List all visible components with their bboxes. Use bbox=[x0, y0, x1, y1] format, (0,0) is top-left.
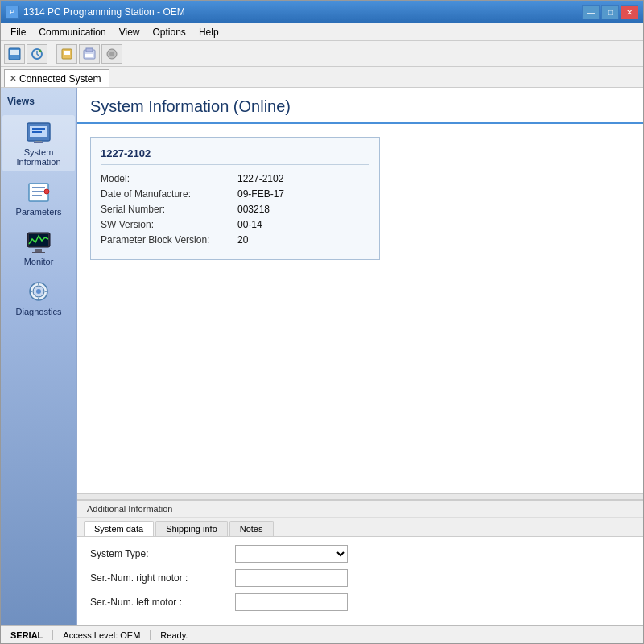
inner-tab-shipping-info[interactable]: Shipping info bbox=[155, 521, 228, 536]
additional-panel: Additional Information System data Shipp… bbox=[77, 500, 643, 625]
form-row-ser-right: Ser.-Num. right motor : bbox=[90, 569, 630, 587]
toolbar-btn-1[interactable] bbox=[4, 44, 25, 64]
minimize-button[interactable]: — bbox=[582, 5, 600, 19]
title-bar: P 1314 PC Programming Station - OEM — □ … bbox=[1, 1, 643, 23]
system-type-select[interactable] bbox=[235, 545, 348, 563]
svg-rect-8 bbox=[85, 54, 93, 57]
sidebar-item-system-information[interactable]: System Information bbox=[2, 115, 75, 171]
svg-rect-24 bbox=[35, 249, 42, 252]
value-model: 1227-2102 bbox=[237, 173, 283, 184]
page-title: System Information (Online) bbox=[77, 88, 643, 124]
toolbar-btn-5[interactable] bbox=[101, 44, 122, 64]
value-serial: 003218 bbox=[237, 204, 270, 215]
toolbar bbox=[1, 41, 643, 67]
inner-tab-notes[interactable]: Notes bbox=[229, 521, 274, 536]
sidebar-label-system-information: System Information bbox=[6, 147, 72, 167]
svg-rect-13 bbox=[32, 128, 45, 130]
sidebar: Views System Information bbox=[1, 88, 77, 625]
menu-view[interactable]: View bbox=[113, 25, 147, 39]
info-row-serial: Serial Number: 003218 bbox=[101, 204, 369, 215]
svg-point-10 bbox=[109, 52, 114, 56]
ser-num-right-input[interactable] bbox=[235, 569, 348, 587]
svg-point-28 bbox=[36, 289, 41, 294]
label-model: Model: bbox=[101, 173, 237, 184]
menu-help[interactable]: Help bbox=[192, 25, 225, 39]
info-row-sw: SW Version: 00-14 bbox=[101, 219, 369, 230]
connected-system-tab[interactable]: ✕ Connected System bbox=[4, 69, 109, 87]
parameters-icon bbox=[24, 180, 53, 205]
sidebar-label-parameters: Parameters bbox=[16, 207, 62, 217]
value-param: 20 bbox=[237, 234, 248, 246]
diagnostics-icon bbox=[24, 279, 53, 305]
additional-info-title: Additional Information bbox=[77, 501, 643, 518]
label-system-type: System Type: bbox=[90, 548, 235, 559]
maximize-button[interactable]: □ bbox=[601, 5, 619, 19]
label-ser-left: Ser.-Num. left motor : bbox=[90, 597, 235, 608]
sidebar-item-parameters[interactable]: Parameters bbox=[2, 175, 75, 221]
menu-communication[interactable]: Communication bbox=[32, 25, 112, 39]
sidebar-title: Views bbox=[1, 96, 35, 107]
device-info-box: 1227-2102 Model: 1227-2102 Date of Manuf… bbox=[90, 137, 380, 260]
svg-rect-14 bbox=[32, 131, 42, 133]
status-bar: SERIAL Access Level: OEM Ready. bbox=[1, 625, 643, 643]
tab-bar: ✕ Connected System bbox=[1, 67, 643, 88]
svg-point-21 bbox=[44, 189, 49, 194]
app-icon: P bbox=[6, 6, 19, 19]
info-row-param: Parameter Block Version: 20 bbox=[101, 234, 369, 246]
sidebar-item-monitor[interactable]: Monitor bbox=[2, 225, 75, 271]
label-serial: Serial Number: bbox=[101, 204, 237, 215]
label-param: Parameter Block Version: bbox=[101, 234, 237, 246]
title-bar-left: P 1314 PC Programming Station - OEM bbox=[6, 6, 185, 19]
window-controls: — □ ✕ bbox=[582, 5, 638, 19]
svg-rect-25 bbox=[32, 252, 45, 253]
menu-bar: File Communication View Options Help bbox=[1, 23, 643, 41]
status-access-level: Access Level: OEM bbox=[53, 630, 151, 640]
label-sw: SW Version: bbox=[101, 219, 237, 230]
status-serial: SERIAL bbox=[1, 630, 53, 640]
content-main: 1227-2102 Model: 1227-2102 Date of Manuf… bbox=[77, 124, 643, 493]
main-window: P 1314 PC Programming Station - OEM — □ … bbox=[0, 0, 644, 644]
form-row-system-type: System Type: bbox=[90, 545, 630, 563]
svg-rect-15 bbox=[35, 141, 42, 142]
menu-options[interactable]: Options bbox=[147, 25, 192, 39]
monitor-icon bbox=[24, 229, 53, 255]
value-sw: 00-14 bbox=[237, 219, 262, 230]
tab-close-icon[interactable]: ✕ bbox=[10, 74, 16, 83]
info-row-model: Model: 1227-2102 bbox=[101, 173, 369, 184]
svg-rect-1 bbox=[10, 50, 19, 55]
svg-rect-16 bbox=[34, 142, 43, 143]
window-title: 1314 PC Programming Station - OEM bbox=[23, 6, 185, 18]
tab-label: Connected System bbox=[19, 73, 101, 85]
device-model-title: 1227-2102 bbox=[101, 147, 369, 165]
svg-rect-5 bbox=[64, 56, 70, 56]
toolbar-btn-2[interactable] bbox=[27, 44, 47, 64]
toolbar-btn-4[interactable] bbox=[79, 44, 100, 64]
inner-tab-content: System Type: Ser.-Num. right motor : Ser… bbox=[77, 537, 643, 625]
menu-file[interactable]: File bbox=[4, 25, 32, 39]
label-dom: Date of Manufacture: bbox=[101, 188, 237, 200]
sidebar-label-monitor: Monitor bbox=[24, 257, 54, 266]
toolbar-btn-3[interactable] bbox=[56, 44, 77, 64]
svg-rect-7 bbox=[86, 48, 93, 52]
content-area: System Information (Online) 1227-2102 Mo… bbox=[77, 88, 643, 625]
close-button[interactable]: ✕ bbox=[621, 5, 638, 19]
splitter[interactable]: · · · · · · · · · bbox=[77, 493, 643, 500]
info-row-dom: Date of Manufacture: 09-FEB-17 bbox=[101, 188, 369, 200]
label-ser-right: Ser.-Num. right motor : bbox=[90, 572, 235, 584]
inner-tab-system-data[interactable]: System data bbox=[84, 521, 154, 536]
system-information-icon bbox=[24, 120, 53, 146]
svg-rect-4 bbox=[64, 51, 70, 55]
ser-num-left-input[interactable] bbox=[235, 593, 348, 611]
main-area: Views System Information bbox=[1, 88, 643, 625]
toolbar-sep-1 bbox=[52, 46, 52, 62]
status-ready: Ready. bbox=[151, 630, 643, 640]
sidebar-item-diagnostics[interactable]: Diagnostics bbox=[2, 275, 75, 321]
form-row-ser-left: Ser.-Num. left motor : bbox=[90, 593, 630, 611]
value-dom: 09-FEB-17 bbox=[237, 188, 284, 200]
inner-tabs: System data Shipping info Notes bbox=[77, 518, 643, 537]
sidebar-label-diagnostics: Diagnostics bbox=[16, 307, 62, 316]
